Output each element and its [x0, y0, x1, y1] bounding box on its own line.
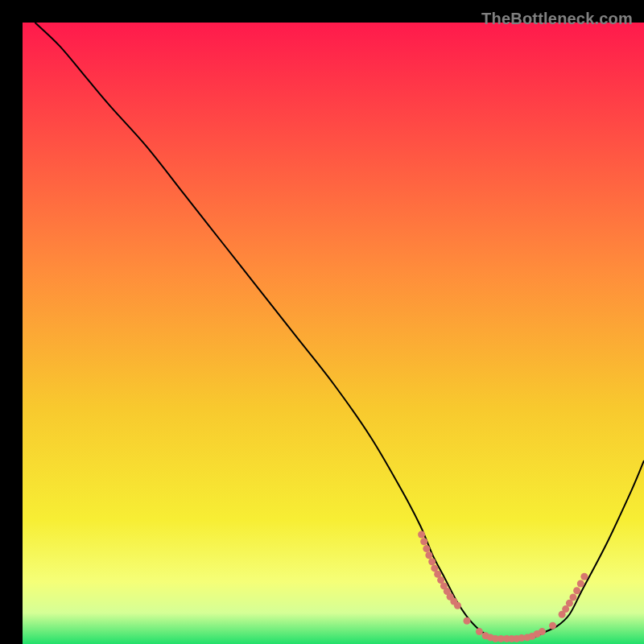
bead	[570, 593, 577, 601]
watermark: TheBottleneck.com	[481, 10, 633, 28]
gradient-background	[23, 23, 644, 644]
bead	[418, 531, 425, 539]
bead	[428, 558, 436, 565]
bead	[454, 602, 461, 609]
bead	[464, 617, 471, 625]
bead	[423, 545, 430, 552]
bead	[549, 622, 556, 630]
bead	[425, 551, 432, 559]
plot-area	[23, 23, 644, 644]
bead	[420, 538, 427, 545]
bead	[539, 628, 546, 635]
chart-svg	[23, 23, 644, 644]
bead	[577, 580, 584, 588]
bead	[573, 587, 580, 594]
chart-frame: TheBottleneck.com	[11, 11, 633, 633]
bead	[476, 628, 483, 635]
bead	[580, 573, 588, 580]
